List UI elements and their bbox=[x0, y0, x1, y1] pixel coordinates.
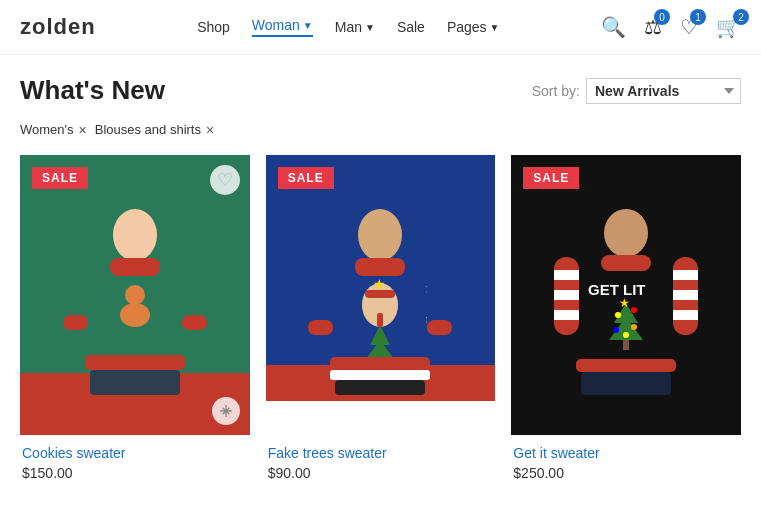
svg-text:GET LIT: GET LIT bbox=[588, 281, 646, 298]
filter-tag-blouses-label: Blouses and shirts bbox=[95, 122, 201, 137]
svg-rect-40 bbox=[673, 310, 698, 320]
main-nav: Shop Woman ▼ Man ▼ Sale Pages ▼ bbox=[197, 17, 499, 37]
title-sort-row: What's New Sort by: New Arrivals Price: … bbox=[20, 75, 741, 106]
filter-tag-womens-label: Women's bbox=[20, 122, 74, 137]
chevron-down-icon: ▼ bbox=[490, 22, 500, 33]
svg-point-31 bbox=[604, 209, 648, 257]
compare-badge: 0 bbox=[654, 9, 670, 25]
header-icons: 🔍 ⚖ 0 ♡ 1 🛒 2 bbox=[601, 15, 741, 39]
product-price-1: $90.00 bbox=[268, 465, 494, 481]
product-card-0[interactable]: SALE ♡ Cookies sweater $150.00 bbox=[20, 155, 250, 485]
compare-icon-0[interactable] bbox=[212, 397, 240, 425]
nav-item-sale[interactable]: Sale bbox=[397, 19, 425, 35]
nav-item-pages[interactable]: Pages ▼ bbox=[447, 19, 500, 35]
wishlist-icon-0[interactable]: ♡ bbox=[210, 165, 240, 195]
product-price-2: $250.00 bbox=[513, 465, 739, 481]
products-grid: SALE ♡ Cookies sweater $150.00 bbox=[20, 155, 741, 485]
svg-rect-23 bbox=[377, 313, 383, 327]
svg-rect-9 bbox=[85, 355, 185, 370]
product-image-wrap-0: SALE ♡ bbox=[20, 155, 250, 435]
svg-point-49 bbox=[623, 332, 629, 338]
remove-filter-blouses-icon[interactable]: × bbox=[206, 123, 214, 137]
product-image-2: GET LIT ★ bbox=[511, 155, 741, 435]
product-card-2[interactable]: GET LIT ★ bbox=[511, 155, 741, 485]
nav-item-woman[interactable]: Woman ▼ bbox=[252, 17, 313, 37]
wishlist-badge: 1 bbox=[690, 9, 706, 25]
cart-button[interactable]: 🛒 2 bbox=[716, 15, 741, 39]
cart-badge: 2 bbox=[733, 9, 749, 25]
product-info-2: Get it sweater $250.00 bbox=[511, 435, 741, 485]
svg-rect-7 bbox=[63, 315, 88, 330]
search-button[interactable]: 🔍 bbox=[601, 15, 626, 39]
svg-rect-27 bbox=[427, 320, 452, 335]
sort-row: Sort by: New Arrivals Price: Low to High… bbox=[532, 78, 741, 104]
chevron-down-icon: ▼ bbox=[365, 22, 375, 33]
svg-rect-29 bbox=[330, 370, 430, 380]
nav-item-shop[interactable]: Shop bbox=[197, 19, 230, 35]
svg-point-0 bbox=[113, 209, 157, 261]
product-info-1: Fake trees sweater $90.00 bbox=[266, 435, 496, 485]
filter-tags: Women's × Blouses and shirts × bbox=[20, 122, 741, 137]
filter-tag-blouses[interactable]: Blouses and shirts × bbox=[95, 122, 214, 137]
sale-badge-0: SALE bbox=[32, 167, 88, 189]
svg-rect-8 bbox=[182, 315, 207, 330]
svg-rect-51 bbox=[623, 340, 629, 350]
svg-point-11 bbox=[358, 209, 402, 261]
svg-rect-30 bbox=[335, 380, 425, 395]
svg-text:★: ★ bbox=[619, 296, 630, 310]
svg-rect-35 bbox=[554, 290, 579, 300]
svg-point-3 bbox=[120, 303, 150, 327]
nav-item-man[interactable]: Man ▼ bbox=[335, 19, 375, 35]
svg-rect-13 bbox=[355, 258, 405, 276]
page-title: What's New bbox=[20, 75, 165, 106]
search-icon: 🔍 bbox=[601, 15, 626, 39]
svg-text:★: ★ bbox=[373, 276, 386, 292]
site-header: zolden Shop Woman ▼ Man ▼ Sale Pages ▼ 🔍… bbox=[0, 0, 761, 55]
compare-button[interactable]: ⚖ 0 bbox=[644, 15, 662, 39]
svg-rect-26 bbox=[308, 320, 333, 335]
product-image-wrap-2: GET LIT ★ bbox=[511, 155, 741, 435]
svg-rect-52 bbox=[576, 359, 676, 372]
svg-rect-41 bbox=[601, 255, 651, 271]
main-content: What's New Sort by: New Arrivals Price: … bbox=[0, 55, 761, 505]
product-card-1[interactable]: ❄ ❄ ❄ ❄ ★ bbox=[266, 155, 496, 485]
product-name-2[interactable]: Get it sweater bbox=[513, 445, 739, 461]
site-logo[interactable]: zolden bbox=[20, 14, 96, 40]
svg-point-45 bbox=[615, 312, 621, 318]
product-image-0 bbox=[20, 155, 250, 435]
filter-tag-womens[interactable]: Women's × bbox=[20, 122, 87, 137]
svg-rect-10 bbox=[90, 370, 180, 395]
svg-rect-28 bbox=[330, 357, 430, 370]
wishlist-button[interactable]: ♡ 1 bbox=[680, 15, 698, 39]
remove-filter-womens-icon[interactable]: × bbox=[79, 123, 87, 137]
svg-rect-2 bbox=[110, 258, 160, 276]
sale-badge-1: SALE bbox=[278, 167, 334, 189]
svg-point-48 bbox=[631, 324, 637, 330]
product-name-0[interactable]: Cookies sweater bbox=[22, 445, 248, 461]
chevron-down-icon: ▼ bbox=[303, 20, 313, 31]
product-info-0: Cookies sweater $150.00 bbox=[20, 435, 250, 485]
product-name-1[interactable]: Fake trees sweater bbox=[268, 445, 494, 461]
product-image-wrap-1: ❄ ❄ ❄ ❄ ★ bbox=[266, 155, 496, 435]
svg-point-4 bbox=[125, 285, 145, 305]
svg-rect-34 bbox=[554, 270, 579, 280]
product-image-1: ❄ ❄ ❄ ❄ ★ bbox=[266, 155, 496, 435]
sale-badge-2: SALE bbox=[523, 167, 579, 189]
svg-point-46 bbox=[631, 307, 637, 313]
svg-point-47 bbox=[613, 327, 619, 333]
svg-rect-36 bbox=[554, 310, 579, 320]
svg-rect-53 bbox=[581, 372, 671, 395]
product-price-0: $150.00 bbox=[22, 465, 248, 481]
sort-label: Sort by: bbox=[532, 83, 580, 99]
svg-rect-38 bbox=[673, 270, 698, 280]
sort-select[interactable]: New Arrivals Price: Low to High Price: H… bbox=[586, 78, 741, 104]
svg-rect-39 bbox=[673, 290, 698, 300]
